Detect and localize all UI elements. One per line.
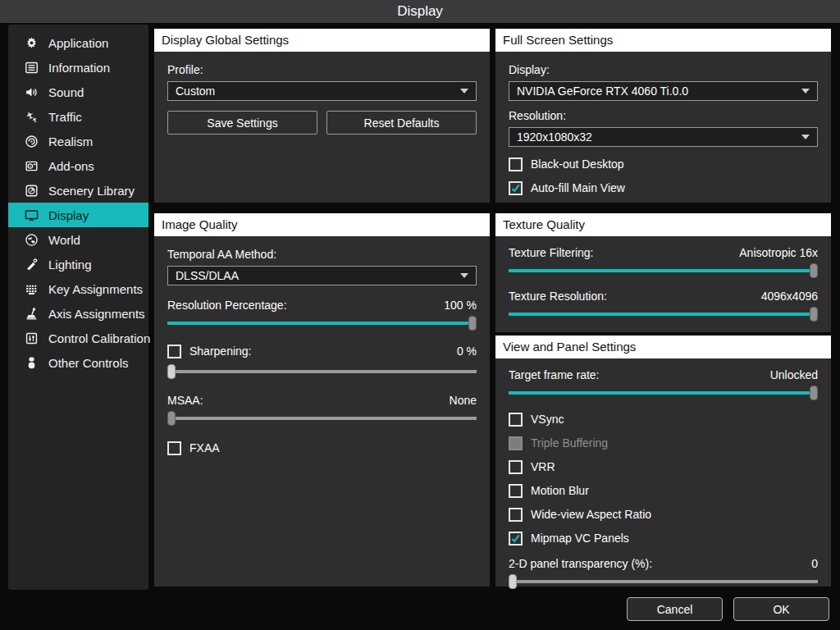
sidebar-item-label: Display — [48, 208, 89, 222]
sidebar-item-label: Traffic — [48, 110, 82, 124]
texture-resolution-value: 4096x4096 — [761, 290, 818, 303]
ok-button[interactable]: OK — [733, 597, 829, 621]
realism-icon — [24, 134, 39, 149]
sidebar: Application Information Sound Traffic Re… — [8, 25, 148, 590]
autofill-main-view-label: Auto-fill Main View — [531, 181, 625, 194]
sidebar-item-control-calibration[interactable]: Control Calibration — [8, 326, 148, 350]
sidebar-item-traffic[interactable]: Traffic — [8, 104, 148, 129]
lighting-icon — [24, 257, 39, 272]
temporal-aa-dropdown[interactable]: DLSS/DLAA — [167, 266, 477, 285]
slider-track — [167, 370, 477, 373]
chevron-down-icon — [801, 135, 810, 139]
sharpening-slider[interactable] — [167, 364, 477, 379]
temporal-aa-label: Temporal AA Method: — [167, 248, 477, 261]
sidebar-item-sound[interactable]: Sound — [8, 80, 148, 104]
sidebar-item-addons[interactable]: Add-ons — [8, 153, 148, 178]
sound-icon — [24, 84, 39, 100]
sidebar-item-key-assignments[interactable]: Key Assignments — [8, 276, 148, 301]
chevron-down-icon — [460, 89, 468, 94]
motion-blur-checkbox[interactable] — [509, 484, 523, 498]
display-device-dropdown-value: NVIDIA GeForce RTX 4060 Ti.0.0 — [517, 84, 688, 98]
slider-handle[interactable] — [167, 364, 176, 379]
slider-handle[interactable] — [810, 386, 818, 400]
resolution-dropdown[interactable]: 1920x1080x32 — [509, 127, 818, 147]
slider-handle[interactable] — [810, 307, 818, 322]
blackout-desktop-checkbox[interactable] — [509, 158, 523, 171]
fxaa-checkbox[interactable] — [167, 441, 181, 455]
sidebar-item-application[interactable]: Application — [8, 30, 148, 55]
view-and-panel-settings-panel: View and Panel Settings Target frame rat… — [495, 336, 831, 587]
msaa-value: None — [450, 394, 477, 407]
sidebar-item-label: Axis Assignments — [48, 307, 145, 321]
resolution-percentage-label: Resolution Percentage: — [167, 299, 287, 312]
panel-title: Image Quality — [154, 213, 490, 236]
sharpening-checkbox[interactable] — [167, 345, 181, 358]
slider-track — [509, 269, 818, 272]
msaa-label: MSAA: — [167, 394, 203, 407]
display-device-dropdown[interactable]: NVIDIA GeForce RTX 4060 Ti.0.0 — [509, 81, 818, 101]
wide-view-aspect-ratio-checkbox[interactable] — [509, 508, 523, 522]
resolution-percentage-value: 100 % — [444, 299, 477, 312]
sidebar-item-realism[interactable]: Realism — [8, 129, 148, 153]
slider-track — [167, 417, 477, 420]
sidebar-item-other-controls[interactable]: Other Controls — [8, 350, 148, 375]
scenery-library-icon — [24, 183, 39, 199]
page-title: Display — [397, 3, 443, 20]
display-icon — [24, 208, 39, 223]
display-global-settings-panel: Display Global Settings Profile: Custom … — [154, 29, 490, 203]
sharpening-label: Sharpening: — [189, 345, 252, 358]
slider-handle[interactable] — [167, 411, 176, 426]
mipmap-vc-panels-checkbox[interactable] — [509, 532, 523, 546]
slider-track — [509, 391, 818, 395]
information-icon — [24, 60, 39, 75]
sidebar-item-world[interactable]: World — [8, 227, 148, 252]
resolution-label: Resolution: — [509, 109, 818, 122]
vrr-checkbox[interactable] — [509, 460, 523, 474]
texture-resolution-slider[interactable] — [509, 307, 818, 322]
slider-handle[interactable] — [509, 574, 517, 589]
texture-resolution-label: Texture Resolution: — [509, 290, 607, 303]
resolution-percentage-slider[interactable] — [167, 316, 477, 331]
other-controls-icon — [24, 355, 39, 371]
texture-filtering-slider[interactable] — [509, 263, 818, 278]
full-screen-settings-panel: Full Screen Settings Display: NVIDIA GeF… — [495, 29, 831, 203]
chevron-down-icon — [801, 89, 810, 94]
sidebar-item-label: Lighting — [48, 258, 92, 272]
slider-track — [167, 322, 477, 325]
triple-buffering-checkbox — [509, 436, 523, 450]
sidebar-item-scenery-library[interactable]: Scenery Library — [8, 178, 148, 203]
target-frame-rate-value: Unlocked — [770, 368, 818, 381]
target-frame-rate-slider[interactable] — [509, 386, 818, 400]
sidebar-item-display[interactable]: Display — [8, 203, 148, 227]
panel-transparency-slider[interactable] — [509, 574, 818, 589]
profile-dropdown-value: Custom — [176, 84, 215, 98]
mipmap-vc-panels-label: Mipmap VC Panels — [531, 532, 629, 545]
wide-view-aspect-ratio-label: Wide-view Aspect Ratio — [531, 508, 651, 521]
key-assignments-icon — [24, 281, 39, 297]
cancel-button[interactable]: Cancel — [627, 597, 723, 621]
sidebar-item-label: Realism — [48, 135, 93, 148]
display-device-label: Display: — [509, 63, 818, 76]
sidebar-item-lighting[interactable]: Lighting — [8, 252, 148, 276]
sidebar-item-label: Control Calibration — [48, 331, 150, 345]
autofill-main-view-checkbox[interactable] — [509, 181, 523, 195]
slider-handle[interactable] — [810, 263, 818, 278]
application-icon — [24, 35, 39, 51]
sidebar-item-label: Scenery Library — [48, 184, 135, 198]
texture-filtering-value: Anisotropic 16x — [739, 246, 818, 259]
title-bar: Display — [0, 0, 840, 23]
msaa-slider[interactable] — [167, 411, 477, 426]
profile-label: Profile: — [167, 63, 477, 76]
panel-title: View and Panel Settings — [495, 336, 831, 358]
resolution-dropdown-value: 1920x1080x32 — [517, 130, 592, 144]
profile-dropdown[interactable]: Custom — [167, 81, 477, 101]
slider-handle[interactable] — [468, 316, 477, 331]
sidebar-item-information[interactable]: Information — [8, 55, 148, 80]
sidebar-item-axis-assignments[interactable]: Axis Assignments — [8, 301, 148, 326]
sidebar-item-label: Key Assignments — [48, 282, 143, 296]
vsync-checkbox[interactable] — [509, 413, 523, 427]
checkmark-icon — [510, 183, 521, 194]
reset-defaults-button[interactable]: Reset Defaults — [326, 111, 477, 135]
sidebar-item-label: Sound — [48, 85, 84, 99]
save-settings-button[interactable]: Save Settings — [167, 111, 317, 135]
